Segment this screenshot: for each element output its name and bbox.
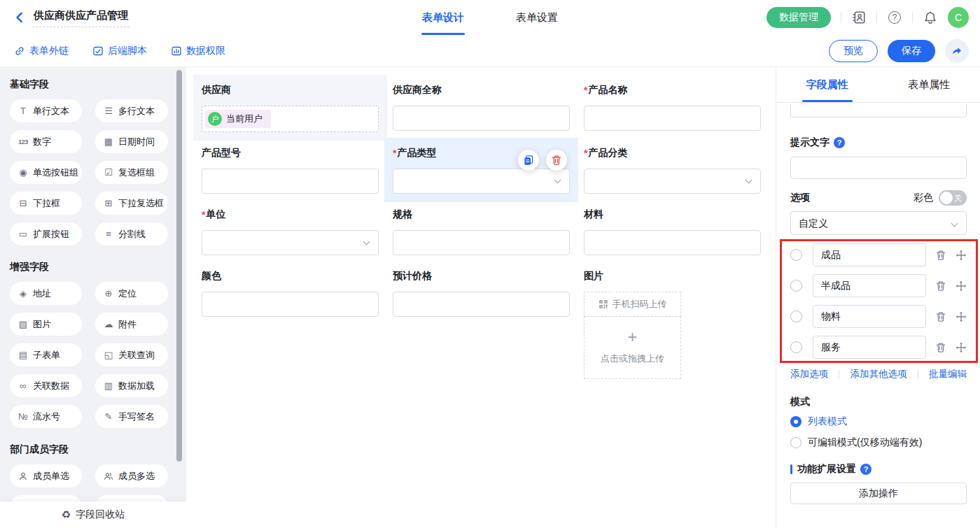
field-extend-button[interactable]: ▭扩展按钮: [10, 222, 82, 245]
tab-form-properties[interactable]: 表单属性: [878, 67, 980, 102]
tab-form-settings[interactable]: 表单设置: [516, 0, 558, 35]
field-related-query[interactable]: ◱关联查询: [95, 343, 168, 366]
option-radio[interactable]: [790, 341, 802, 353]
product-type-select[interactable]: [393, 169, 570, 194]
drag-option-icon[interactable]: [955, 250, 967, 261]
field-member-single[interactable]: 成员单选: [10, 464, 82, 487]
delete-option-icon[interactable]: [935, 342, 946, 353]
mode-label: 模式: [790, 396, 967, 408]
spec-input[interactable]: [393, 230, 570, 255]
help-icon[interactable]: ?: [887, 10, 902, 25]
delete-option-icon[interactable]: [935, 311, 946, 322]
field-multi-dropdown[interactable]: ⊞下拉复选框: [95, 192, 168, 215]
share-button[interactable]: [945, 39, 969, 63]
hint-text-input[interactable]: [790, 157, 967, 179]
supplier-fullname-input[interactable]: [393, 106, 570, 131]
field-dropdown[interactable]: ⊟下拉框: [10, 192, 82, 215]
contacts-icon[interactable]: [851, 10, 867, 25]
unit-select[interactable]: [202, 230, 379, 255]
field-subform[interactable]: ▤子表单: [10, 343, 82, 366]
form-external-link[interactable]: 表单外链: [14, 45, 69, 57]
canvas-field-product-category[interactable]: *产品分类: [584, 146, 761, 194]
field-serial-number[interactable]: №流水号: [10, 405, 82, 428]
field-single-line-text[interactable]: T单行文本: [10, 99, 82, 122]
notification-bell-icon[interactable]: [923, 10, 938, 25]
tab-form-design[interactable]: 表单设计: [422, 0, 464, 35]
field-attachment[interactable]: ☁附件: [95, 313, 168, 336]
add-option-link[interactable]: 添加选项: [790, 368, 828, 380]
back-button[interactable]: [11, 9, 28, 26]
canvas-field-product-type-selected[interactable]: *产品类型: [393, 146, 570, 194]
field-radio-group[interactable]: ◉单选按钮组: [10, 161, 82, 184]
field-title-input-cropped[interactable]: [790, 104, 967, 117]
field-recycle-bin[interactable]: ♻ 字段回收站: [0, 501, 186, 528]
field-datetime[interactable]: ▦日期时间: [95, 130, 168, 153]
product-name-input[interactable]: [584, 106, 761, 131]
delete-option-icon[interactable]: [935, 280, 946, 292]
backend-script-link[interactable]: 后端脚本: [92, 45, 147, 57]
estimated-price-input[interactable]: [393, 292, 570, 317]
preview-button[interactable]: 预览: [829, 40, 878, 62]
canvas-field-image[interactable]: 图片 手机扫码上传 +点击或拖拽上传: [584, 269, 761, 379]
drag-option-icon[interactable]: [955, 342, 967, 353]
option-radio[interactable]: [790, 280, 802, 292]
field-data-load[interactable]: ▥数据加载: [95, 374, 168, 397]
form-title[interactable]: 供应商供应产品管理: [32, 8, 130, 27]
canvas-field-estimated-price[interactable]: 预计价格: [393, 269, 570, 379]
field-image[interactable]: ▧图片: [10, 313, 82, 336]
field-checkbox-group[interactable]: ☑复选框组: [95, 161, 168, 184]
canvas-field-product-model[interactable]: 产品型号: [202, 146, 379, 194]
option-value-input[interactable]: [813, 305, 926, 328]
canvas-field-unit[interactable]: *单位: [202, 208, 379, 255]
product-model-input[interactable]: [202, 169, 379, 194]
option-radio[interactable]: [790, 249, 802, 261]
material-input[interactable]: [584, 230, 761, 255]
field-location[interactable]: ⊕定位: [95, 282, 168, 305]
field-number[interactable]: 123数字: [10, 130, 82, 153]
drag-option-icon[interactable]: [955, 280, 967, 292]
save-button[interactable]: 保存: [888, 40, 935, 62]
field-member-multi[interactable]: 成员多选: [95, 464, 168, 487]
canvas-field-material[interactable]: 材料: [584, 208, 761, 255]
data-manage-button[interactable]: 数据管理: [766, 7, 831, 28]
color-toggle[interactable]: 关: [939, 190, 967, 206]
avatar[interactable]: C: [948, 7, 969, 28]
option-radio[interactable]: [790, 311, 802, 322]
scan-upload-button[interactable]: 手机扫码上传: [584, 292, 681, 317]
delete-field-button[interactable]: [546, 150, 567, 171]
canvas-field-supplier-fullname[interactable]: 供应商全称: [393, 83, 570, 132]
color-input[interactable]: [202, 292, 379, 317]
back-chevron-icon: [13, 11, 26, 24]
add-action-button[interactable]: 添加操作: [790, 483, 967, 504]
sidebar-scrollbar[interactable]: [176, 70, 182, 462]
option-value-input[interactable]: [813, 243, 926, 266]
option-source-select[interactable]: 自定义: [790, 211, 967, 235]
drag-option-icon[interactable]: [955, 311, 967, 322]
option-value-input[interactable]: [813, 336, 926, 359]
user-field-box[interactable]: 户 当前用户: [202, 106, 379, 132]
copy-field-button[interactable]: [518, 150, 539, 171]
field-related-data[interactable]: ∞关联数据: [10, 374, 82, 397]
field-divider[interactable]: ≡分割线: [95, 222, 168, 245]
canvas-field-spec[interactable]: 规格: [393, 208, 570, 255]
location-icon: ⊕: [102, 288, 115, 299]
batch-edit-link[interactable]: 批量编辑: [929, 368, 967, 380]
canvas-field-supplier[interactable]: 供应商 户 当前用户: [202, 83, 379, 132]
canvas-field-product-name[interactable]: *产品名称: [584, 83, 761, 132]
add-other-option-link[interactable]: 添加其他选项: [850, 368, 907, 380]
field-signature[interactable]: ✎手写签名: [95, 405, 168, 428]
option-value-input[interactable]: [813, 274, 926, 297]
data-permission-link[interactable]: 数据权限: [171, 45, 225, 57]
qr-code-icon: [598, 299, 608, 309]
canvas-field-color[interactable]: 颜色: [202, 269, 379, 379]
product-category-select[interactable]: [584, 169, 761, 194]
tab-field-properties[interactable]: 字段属性: [776, 67, 878, 102]
delete-option-icon[interactable]: [935, 250, 946, 261]
mode-editable-radio[interactable]: 可编辑模式(仅移动端有效): [790, 436, 967, 449]
mode-list-radio[interactable]: 列表模式: [790, 415, 967, 428]
field-address[interactable]: ◈地址: [10, 282, 82, 305]
help-question-icon[interactable]: ?: [860, 464, 872, 475]
help-question-icon[interactable]: ?: [834, 137, 845, 148]
drag-upload-area[interactable]: +点击或拖拽上传: [584, 316, 681, 379]
field-multi-line-text[interactable]: ☰多行文本: [95, 99, 168, 122]
